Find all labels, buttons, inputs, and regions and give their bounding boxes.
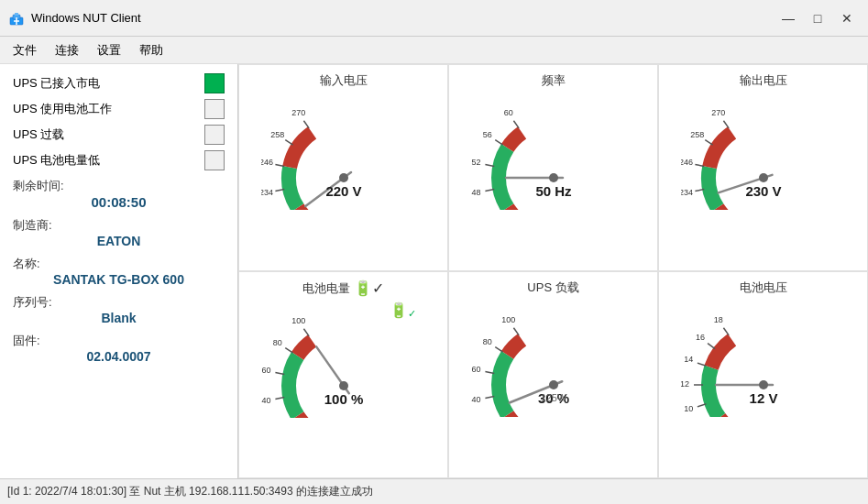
svg-line-62 [303, 329, 309, 336]
gauge-svg-frequency: 40 44 48 52 56 60 50 Hz [471, 91, 636, 210]
status-label-battery: UPS 使用电池工作 [13, 101, 112, 117]
svg-text:18: 18 [713, 315, 722, 324]
svg-line-93 [708, 344, 715, 349]
svg-text:125W: 125W [540, 392, 566, 403]
svg-point-65 [339, 381, 348, 390]
svg-text:10: 10 [684, 404, 693, 413]
status-indicator-lowbat [204, 150, 225, 170]
svg-line-30 [513, 121, 519, 128]
main-area: UPS 已接入市电 UPS 使用电池工作 UPS 过载 UPS 电池电量低 剩余… [0, 64, 868, 478]
status-label-lowbat: UPS 电池电量低 [13, 152, 100, 169]
svg-text:16: 16 [696, 333, 705, 342]
svg-line-15 [303, 121, 309, 128]
status-indicator-mains [204, 73, 225, 93]
status-row-mains: UPS 已接入市电 [13, 73, 225, 93]
app-icon [7, 9, 26, 27]
gauge-cell-ups-load: UPS 负载 0 20 40 60 80 100 [448, 271, 658, 478]
gauge-svg-battery-voltage: 6 8 10 12 14 16 18 12 V [681, 298, 846, 417]
svg-line-43 [705, 140, 712, 145]
gauge-title-ups-load: UPS 负载 [527, 279, 578, 296]
svg-text:270: 270 [291, 108, 305, 117]
name-label: 名称: [13, 256, 225, 272]
svg-point-98 [759, 380, 768, 389]
svg-line-75 [495, 347, 502, 352]
svg-text:50 Hz: 50 Hz [535, 183, 572, 199]
svg-text:230 V: 230 V [745, 183, 781, 199]
menubar: 文件 连接 设置 帮助 [0, 37, 868, 64]
svg-text:52: 52 [471, 158, 480, 167]
gauge-svg-battery-level: 🔋 ✓ 0 20 40 60 80 100 [261, 299, 426, 418]
gauge-cell-output-voltage: 输出电压 210 222 234 246 258 270 [658, 64, 868, 271]
gauge-cell-frequency: 频率 40 44 48 52 56 60 [448, 64, 658, 271]
manufacturer-value: EATON [13, 234, 225, 248]
svg-point-33 [549, 173, 558, 182]
gauge-title-input-voltage: 输入电压 [320, 72, 368, 89]
gauge-title-output-voltage: 输出电压 [740, 72, 787, 89]
svg-rect-2 [15, 13, 18, 16]
minimize-button[interactable]: — [775, 6, 802, 30]
name-value: SANTAK TG-BOX 600 [13, 272, 225, 287]
battery-icon: 🔋✓ [354, 279, 384, 297]
svg-text:258: 258 [270, 130, 284, 139]
svg-text:✓: ✓ [408, 308, 416, 319]
svg-text:🔋: 🔋 [390, 301, 408, 319]
svg-text:60: 60 [261, 366, 270, 375]
svg-line-77 [513, 328, 519, 335]
gauges-grid: 输入电压 210 222 234 246 258 270 [238, 64, 868, 478]
gauge-svg-ups-load: 0 20 40 60 80 100 30 % 125W [471, 298, 636, 417]
close-button[interactable]: ✕ [833, 6, 861, 30]
remaining-time-value: 00:08:50 [13, 194, 225, 210]
status-indicator-battery [204, 99, 225, 119]
gauge-cell-battery-voltage: 电池电压 6 8 10 12 14 16 [658, 271, 868, 478]
gauge-svg-output-voltage: 210 222 234 246 258 270 230 V [681, 91, 846, 210]
status-row-lowbat: UPS 电池电量低 [13, 150, 225, 170]
svg-line-45 [723, 121, 729, 128]
firmware-label: 固件: [13, 333, 225, 349]
svg-text:60: 60 [471, 365, 480, 374]
svg-text:246: 246 [261, 158, 273, 167]
info-firmware: 固件: 02.04.0007 [13, 333, 225, 364]
svg-text:100: 100 [501, 315, 515, 324]
svg-line-28 [495, 140, 502, 145]
svg-text:246: 246 [681, 158, 693, 167]
status-row-battery: UPS 使用电池工作 [13, 99, 225, 119]
titlebar: Windows NUT Client — □ ✕ [0, 0, 868, 37]
svg-text:234: 234 [681, 188, 693, 197]
status-row-overload: UPS 过载 [13, 125, 225, 145]
maximize-button[interactable]: □ [804, 6, 831, 30]
menu-file[interactable]: 文件 [4, 38, 46, 62]
menu-settings[interactable]: 设置 [88, 38, 130, 62]
svg-point-80 [549, 380, 558, 389]
status-label-mains: UPS 已接入市电 [13, 75, 100, 92]
menu-connect[interactable]: 连接 [46, 38, 88, 62]
svg-text:40: 40 [261, 396, 270, 405]
svg-text:56: 56 [482, 130, 491, 139]
window-controls: — □ ✕ [775, 6, 861, 30]
statusbar-text: [Id 1: 2022/7/4 18:01:30] 至 Nut 主机 192.1… [7, 484, 373, 499]
gauge-cell-input-voltage: 输入电压 210 222 234 246 258 270 [238, 64, 448, 271]
svg-line-60 [285, 348, 292, 353]
svg-point-18 [339, 173, 348, 182]
status-label-overload: UPS 过载 [13, 126, 64, 143]
svg-text:220 V: 220 V [325, 183, 361, 199]
info-manufacturer: 制造商: EATON [13, 217, 225, 248]
firmware-value: 02.04.0007 [13, 349, 225, 364]
svg-text:234: 234 [261, 188, 273, 197]
gauge-title-battery-voltage: 电池电压 [740, 279, 787, 296]
manufacturer-label: 制造商: [13, 217, 225, 234]
svg-text:270: 270 [711, 108, 725, 117]
info-name: 名称: SANTAK TG-BOX 600 [13, 256, 225, 287]
gauge-title-frequency: 频率 [542, 72, 566, 89]
gauge-title-battery-level: 电池电量🔋✓ [302, 279, 384, 297]
info-serial: 序列号: Blank [13, 294, 225, 325]
svg-text:40: 40 [471, 395, 480, 404]
titlebar-left: Windows NUT Client [7, 9, 141, 27]
svg-text:14: 14 [684, 355, 693, 364]
svg-text:12 V: 12 V [749, 390, 777, 406]
serial-label: 序列号: [13, 294, 225, 311]
svg-text:60: 60 [503, 108, 512, 117]
svg-text:80: 80 [272, 338, 281, 347]
info-remaining-time: 剩余时间: 00:08:50 [13, 178, 225, 210]
svg-line-13 [285, 140, 292, 145]
menu-help[interactable]: 帮助 [130, 38, 172, 62]
